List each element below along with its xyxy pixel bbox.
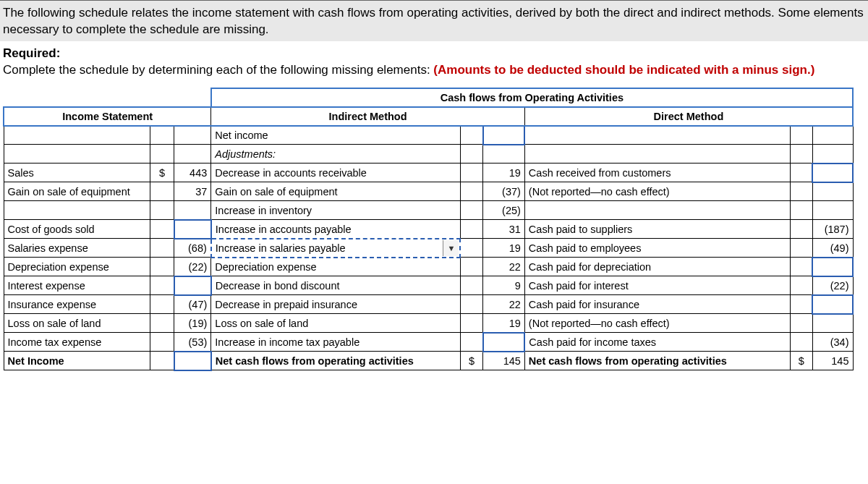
im-label: Net cash flows from operating activities — [211, 352, 461, 370]
chevron-down-icon[interactable]: ▼ — [443, 240, 459, 256]
is-label: Depreciation expense — [4, 258, 150, 276]
dm-label: Cash paid to employees — [524, 239, 790, 258]
table-row: Increase in inventory(25) — [4, 201, 853, 220]
is-label: Sales — [4, 164, 150, 182]
im-value-input[interactable] — [483, 333, 525, 352]
is-label: Cost of goods sold — [4, 220, 150, 239]
im-currency — [460, 126, 482, 145]
is-currency — [150, 182, 174, 201]
dm-label: Cash paid for depreciation — [524, 258, 790, 276]
schedule-table: Cash flows from Operating Activities Inc… — [3, 88, 854, 371]
im-currency — [460, 145, 482, 164]
is-currency — [150, 276, 174, 295]
table-row: Net IncomeNet cash flows from operating … — [4, 352, 853, 370]
header-direct-method: Direct Method — [524, 107, 853, 126]
im-currency: $ — [460, 352, 482, 370]
is-value-input[interactable] — [174, 352, 211, 370]
dm-label: Cash paid for interest — [524, 276, 790, 295]
dm-currency — [790, 239, 812, 258]
required-label: Required: — [3, 46, 60, 60]
dm-value-input[interactable] — [812, 295, 853, 314]
dropdown-value: Increase in salaries payable — [216, 242, 346, 254]
header-indirect-method: Indirect Method — [211, 107, 525, 126]
im-value: 22 — [483, 295, 525, 314]
is-value-input[interactable] — [174, 220, 211, 239]
dm-label: Cash paid for income taxes — [524, 333, 790, 352]
dm-currency — [790, 164, 812, 182]
im-label: Increase in income tax payable — [211, 333, 461, 352]
dm-currency — [790, 182, 812, 201]
is-value: (22) — [174, 258, 211, 276]
table-row: Net income — [4, 126, 853, 145]
table-row: Gain on sale of equipment37Gain on sale … — [4, 182, 853, 201]
im-currency — [460, 239, 482, 258]
im-currency — [460, 276, 482, 295]
dm-currency — [790, 314, 812, 333]
is-label — [4, 145, 150, 164]
dm-value — [812, 201, 853, 220]
im-currency — [460, 201, 482, 220]
im-value: 19 — [483, 164, 525, 182]
is-label: Loss on sale of land — [4, 314, 150, 333]
table-row: Salaries expense(68)Increase in salaries… — [4, 239, 853, 258]
table-row: Income tax expense(53)Increase in income… — [4, 333, 853, 352]
dm-value: (187) — [812, 220, 853, 239]
is-value — [174, 145, 211, 164]
is-value: (53) — [174, 333, 211, 352]
dm-label — [524, 145, 790, 164]
im-label: Adjustments: — [211, 145, 461, 164]
required-red: (Amounts to be deducted should be indica… — [433, 63, 814, 77]
im-label: Net income — [211, 126, 461, 145]
is-value: 37 — [174, 182, 211, 201]
is-currency — [150, 295, 174, 314]
is-currency: $ — [150, 164, 174, 182]
im-value: 19 — [483, 314, 525, 333]
is-currency — [150, 220, 174, 239]
table-row: Depreciation expense(22)Depreciation exp… — [4, 258, 853, 276]
im-label: Gain on sale of equipment — [211, 182, 461, 201]
is-value — [174, 201, 211, 220]
im-currency — [460, 295, 482, 314]
table-row: Cost of goods soldIncrease in accounts p… — [4, 220, 853, 239]
is-currency — [150, 258, 174, 276]
im-value-input[interactable] — [483, 126, 525, 145]
is-currency — [150, 145, 174, 164]
dm-value — [812, 182, 853, 201]
dm-label: Cash paid for insurance — [524, 295, 790, 314]
dm-currency — [790, 126, 812, 145]
dm-value: (49) — [812, 239, 853, 258]
dm-label: (Not reported—no cash effect) — [524, 314, 790, 333]
im-label: Increase in inventory — [211, 201, 461, 220]
im-label-dropdown[interactable]: Increase in salaries payable▼ — [211, 239, 461, 258]
is-label: Gain on sale of equipment — [4, 182, 150, 201]
im-currency — [460, 220, 482, 239]
is-value: (19) — [174, 314, 211, 333]
is-label — [4, 126, 150, 145]
is-label: Insurance expense — [4, 295, 150, 314]
dm-value-input[interactable] — [812, 164, 853, 182]
im-currency — [460, 258, 482, 276]
im-currency — [460, 164, 482, 182]
dm-label: (Not reported—no cash effect) — [524, 182, 790, 201]
im-value — [483, 145, 525, 164]
dm-value-input[interactable] — [812, 258, 853, 276]
required-block: Required: Complete the schedule by deter… — [0, 41, 868, 80]
im-value: 19 — [483, 239, 525, 258]
dm-label: Cash received from customers — [524, 164, 790, 182]
dm-value — [812, 126, 853, 145]
table-row: Insurance expense(47)Decrease in prepaid… — [4, 295, 853, 314]
im-label: Loss on sale of land — [211, 314, 461, 333]
dm-value: (34) — [812, 333, 853, 352]
table-row: Sales$443Decrease in accounts receivable… — [4, 164, 853, 182]
im-currency — [460, 314, 482, 333]
is-currency — [150, 126, 174, 145]
dm-currency — [790, 276, 812, 295]
super-header-row: Cash flows from Operating Activities — [4, 88, 853, 107]
is-value-input[interactable] — [174, 276, 211, 295]
schedule-table-wrap: Cash flows from Operating Activities Inc… — [0, 80, 868, 378]
im-label: Decrease in accounts receivable — [211, 164, 461, 182]
dm-currency — [790, 258, 812, 276]
super-header: Cash flows from Operating Activities — [211, 88, 853, 107]
is-currency — [150, 239, 174, 258]
dm-currency — [790, 333, 812, 352]
